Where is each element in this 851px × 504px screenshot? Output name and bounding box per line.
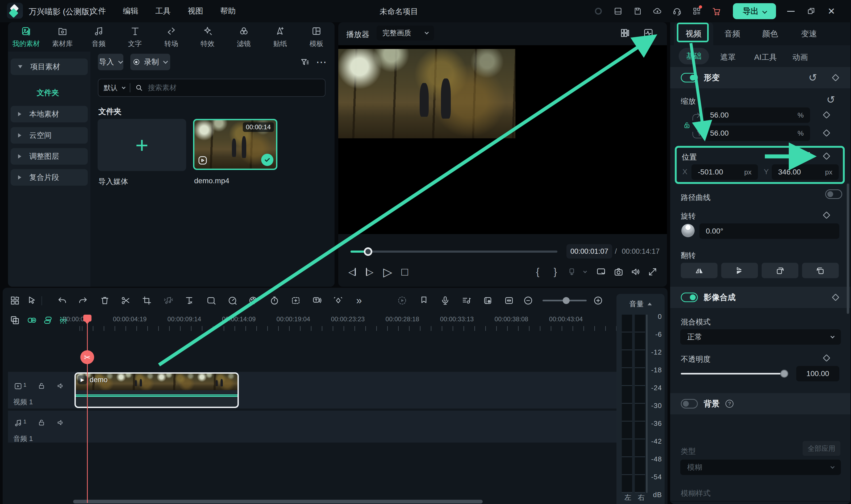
opacity-slider[interactable] xyxy=(681,373,786,375)
fullscreen-icon[interactable] xyxy=(645,264,660,279)
rotate-keyframe-icon[interactable] xyxy=(823,212,830,219)
search-input[interactable] xyxy=(148,84,320,92)
add-track-icon[interactable] xyxy=(8,314,21,327)
help-icon[interactable]: ? xyxy=(725,400,734,408)
mark-in-icon[interactable]: { xyxy=(530,264,545,279)
delete-icon[interactable] xyxy=(98,294,111,307)
next-frame-button[interactable]: ▷ xyxy=(362,264,377,279)
layout-icon[interactable] xyxy=(613,6,623,16)
clip-snapshot-icon[interactable] xyxy=(481,294,494,307)
lock-icon[interactable] xyxy=(37,419,46,427)
add-text-icon[interactable] xyxy=(183,294,196,307)
import-button[interactable]: 导入 xyxy=(98,54,123,70)
scale-x-keyframe-icon[interactable] xyxy=(823,111,830,119)
tab-templates[interactable]: 模板 xyxy=(298,22,334,52)
more-options-icon[interactable]: ⋯ xyxy=(316,56,327,68)
scale-reset-icon[interactable]: ↺ xyxy=(827,95,835,105)
close-button[interactable]: ✕ xyxy=(828,6,835,17)
prev-frame-button[interactable]: ◁ xyxy=(345,264,360,279)
transform-reset-icon[interactable]: ↺ xyxy=(809,73,817,83)
compositing-keyframe-icon[interactable] xyxy=(832,294,839,301)
split-scissors-icon[interactable] xyxy=(119,294,132,307)
subtab-basic[interactable]: 基础 xyxy=(679,48,709,65)
playhead-handle[interactable] xyxy=(83,314,91,322)
group-clips-icon[interactable] xyxy=(41,314,54,327)
preview-canvas[interactable] xyxy=(338,45,667,234)
marker-flag-icon[interactable] xyxy=(418,294,430,307)
multi-view-icon[interactable] xyxy=(620,28,630,38)
fit-timeline-icon[interactable] xyxy=(503,294,515,307)
current-time[interactable]: 00:00:01:07 xyxy=(566,244,612,258)
tab-stock-media[interactable]: 素材库 xyxy=(44,22,80,52)
voiceover-mic-icon[interactable] xyxy=(439,294,452,307)
menu-view[interactable]: 视图 xyxy=(185,4,206,18)
marker-chevron-icon[interactable] xyxy=(578,264,593,279)
timeline-zoom-slider[interactable] xyxy=(543,300,587,301)
keyframe-icon[interactable] xyxy=(332,294,345,307)
apply-all-button[interactable]: 全部应用 xyxy=(802,441,840,456)
path-curve-toggle[interactable] xyxy=(825,190,842,199)
speech-to-text-icon[interactable] xyxy=(311,294,323,307)
zoom-out-icon[interactable] xyxy=(522,294,535,307)
record-button[interactable]: 录制 xyxy=(130,54,170,70)
render-preview-icon[interactable] xyxy=(396,294,409,307)
compositing-toggle[interactable] xyxy=(681,292,698,302)
playhead[interactable]: ✂ xyxy=(87,315,88,503)
background-toggle[interactable] xyxy=(681,399,698,409)
opacity-keyframe-icon[interactable] xyxy=(823,354,830,362)
sort-dropdown[interactable]: 默认 xyxy=(104,83,117,93)
undo-icon[interactable] xyxy=(56,294,69,307)
seek-handle[interactable] xyxy=(364,247,372,256)
tab-stickers[interactable]: 贴纸 xyxy=(262,22,298,52)
subtab-animation[interactable]: 动画 xyxy=(793,52,808,63)
sidebar-item-local-media[interactable]: 本地素材 xyxy=(11,106,88,122)
import-media-card[interactable]: + xyxy=(97,119,186,171)
mirror-display-icon[interactable] xyxy=(594,264,609,279)
more-tools-icon[interactable]: » xyxy=(352,294,365,307)
mute-icon[interactable] xyxy=(57,419,65,427)
rotation-knob[interactable] xyxy=(681,224,695,237)
tab-audio-props[interactable]: 音频 xyxy=(713,22,752,45)
zoom-slider-handle[interactable] xyxy=(563,297,569,304)
duration-icon[interactable] xyxy=(268,294,281,307)
flip-horizontal-button[interactable] xyxy=(681,263,718,278)
menu-help[interactable]: 帮助 xyxy=(218,4,238,18)
minimize-button[interactable] xyxy=(787,11,795,12)
beat-detect-icon[interactable] xyxy=(162,294,175,307)
sidebar-item-adjust-layer[interactable]: 调整图层 xyxy=(11,148,88,165)
tab-color[interactable]: 颜色 xyxy=(750,22,790,45)
mark-out-icon[interactable]: } xyxy=(548,264,563,279)
restore-button[interactable] xyxy=(807,7,815,15)
menu-edit[interactable]: 编辑 xyxy=(120,4,141,18)
marker-icon[interactable] xyxy=(564,264,579,279)
opacity-slider-handle[interactable] xyxy=(780,370,788,378)
blend-mode-select[interactable]: 正常 xyxy=(680,329,841,345)
scale-y-keyframe-icon[interactable] xyxy=(823,129,830,137)
cloud-upload-icon[interactable] xyxy=(653,6,662,16)
tab-filters[interactable]: 滤镜 xyxy=(226,22,262,52)
demo-clip-card[interactable]: 00:00:14 xyxy=(193,119,277,170)
tab-my-media[interactable]: 我的素材 xyxy=(8,22,44,52)
sidebar-item-compound-clip[interactable]: 复合片段 xyxy=(11,169,88,186)
support-headset-icon[interactable] xyxy=(672,6,682,16)
audio-track-row[interactable]: 1 音频 1 xyxy=(8,411,620,443)
scale-y-input[interactable] xyxy=(710,129,798,138)
menu-file[interactable]: 文件 xyxy=(88,4,109,18)
rotate-ccw-button[interactable] xyxy=(802,263,839,278)
position-reset-icon[interactable]: ↺ xyxy=(802,150,811,161)
tab-audio[interactable]: 音频 xyxy=(80,22,117,52)
link-clips-icon[interactable] xyxy=(25,314,38,327)
snapshot-icon[interactable] xyxy=(611,264,626,279)
position-keyframe-icon[interactable] xyxy=(823,152,830,160)
rotate-cw-button[interactable] xyxy=(762,263,798,278)
scale-lock-icon[interactable] xyxy=(683,121,691,129)
motion-track-icon[interactable] xyxy=(289,294,302,307)
timeline-h-scrollbar[interactable] xyxy=(73,500,483,503)
tab-speed[interactable]: 变速 xyxy=(789,22,829,45)
media-blocks-icon[interactable] xyxy=(8,294,21,307)
quality-dropdown[interactable]: 完整画质 xyxy=(377,25,434,40)
subtab-mask[interactable]: 遮罩 xyxy=(720,52,736,63)
menu-tools[interactable]: 工具 xyxy=(153,4,174,18)
collapse-meter-icon[interactable] xyxy=(648,303,652,305)
crop-icon[interactable] xyxy=(140,294,153,307)
